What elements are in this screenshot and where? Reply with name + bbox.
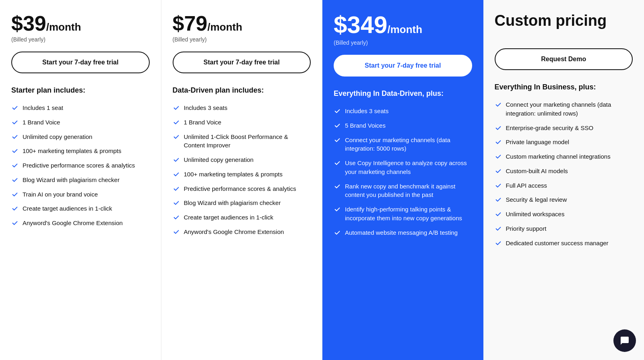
feature-text: Identify high-performing talking points … <box>345 205 472 223</box>
feature-text: Custom marketing channel integrations <box>506 152 611 161</box>
feature-item: Connect your marketing channels (data in… <box>334 136 472 153</box>
feature-text: Unlimited workspaces <box>506 210 565 219</box>
check-icon <box>495 225 502 232</box>
feature-item: Priority support <box>495 224 633 233</box>
check-icon <box>11 162 19 169</box>
check-icon <box>334 108 341 115</box>
features-list: Includes 1 seat 1 Brand Voice Unlimited … <box>11 103 150 228</box>
feature-item: Includes 1 seat <box>11 103 150 112</box>
check-icon <box>334 206 341 213</box>
check-icon <box>173 228 180 236</box>
feature-item: Custom-built AI models <box>495 167 633 176</box>
chat-button[interactable] <box>613 329 636 352</box>
cta-button[interactable]: Request Demo <box>495 48 633 70</box>
check-icon <box>11 191 19 198</box>
feature-item: 100+ marketing templates & prompts <box>11 147 150 155</box>
price-amount: $349/month <box>334 13 472 37</box>
feature-text: Security & legal review <box>506 195 567 204</box>
features-list: Connect your marketing channels (data in… <box>495 100 633 247</box>
feature-text: Automated website messaging A/B testing <box>345 228 458 237</box>
feature-item: 100+ marketing templates & prompts <box>173 170 311 179</box>
check-icon <box>173 104 180 112</box>
check-icon <box>495 196 502 203</box>
billed-note: (Billed yearly) <box>334 39 472 46</box>
feature-text: Connect your marketing channels (data in… <box>506 100 633 118</box>
plan-title: Everything In Data-Driven, plus: <box>334 89 472 99</box>
billed-note: (Billed yearly) <box>173 36 311 43</box>
feature-text: Blog Wizard with plagiarism checker <box>23 176 120 184</box>
check-icon <box>495 124 502 132</box>
feature-text: Train AI on your brand voice <box>23 190 98 199</box>
pricing-column-starter: $39/month (Billed yearly) Start your 7-d… <box>0 0 161 360</box>
feature-text: Enterprise-grade security & SSO <box>506 124 594 132</box>
check-icon <box>11 119 19 126</box>
billed-note: (Billed yearly) <box>11 36 150 43</box>
feature-item: Unlimited workspaces <box>495 210 633 219</box>
check-icon <box>334 122 341 129</box>
plan-title: Data-Driven plan includes: <box>173 85 311 95</box>
feature-item: Anyword's Google Chrome Extension <box>11 219 150 228</box>
feature-item: Security & legal review <box>495 195 633 204</box>
plan-title: Starter plan includes: <box>11 85 150 95</box>
feature-item: Includes 3 seats <box>334 107 472 116</box>
check-icon <box>11 205 19 212</box>
feature-item: Predictive performance scores & analytic… <box>11 161 150 170</box>
cta-button[interactable]: Start your 7-day free trial <box>173 52 311 73</box>
feature-item: Connect your marketing channels (data in… <box>495 100 633 118</box>
check-icon <box>173 133 180 141</box>
check-icon <box>495 101 502 108</box>
check-icon <box>173 119 180 126</box>
check-icon <box>334 159 341 167</box>
check-icon <box>495 153 502 160</box>
price-amount: $79/month <box>173 13 311 34</box>
feature-text: Private language model <box>506 138 570 147</box>
check-icon <box>495 240 502 247</box>
feature-item: Unlimited copy generation <box>11 132 150 141</box>
feature-item: Anyword's Google Chrome Extension <box>173 228 311 236</box>
check-icon <box>334 229 341 236</box>
price-amount: $39/month <box>11 13 150 34</box>
pricing-column-data-driven: $79/month (Billed yearly) Start your 7-d… <box>161 0 323 360</box>
feature-text: Create target audiences in 1-click <box>184 213 274 222</box>
feature-text: Includes 3 seats <box>345 107 388 116</box>
check-icon <box>334 137 341 144</box>
plan-title: Everything In Business, plus: <box>495 82 633 92</box>
feature-text: Create target audiences in 1-click <box>23 204 112 213</box>
feature-item: Includes 3 seats <box>173 103 311 112</box>
check-icon <box>173 171 180 178</box>
feature-text: Unlimited 1-Click Boost Performance & Co… <box>184 132 311 150</box>
check-icon <box>11 147 19 155</box>
check-icon <box>173 156 180 163</box>
feature-text: Includes 3 seats <box>184 103 227 112</box>
feature-item: Blog Wizard with plagiarism checker <box>11 176 150 184</box>
check-icon <box>11 219 19 227</box>
feature-item: Blog Wizard with plagiarism checker <box>173 199 311 207</box>
price-amount: Custom pricing <box>495 13 633 28</box>
cta-button[interactable]: Start your 7-day free trial <box>334 55 472 77</box>
feature-item: Train AI on your brand voice <box>11 190 150 199</box>
features-list: Includes 3 seats 5 Brand Voices Connect … <box>334 107 472 237</box>
feature-item: Identify high-performing talking points … <box>334 205 472 223</box>
feature-item: Private language model <box>495 138 633 147</box>
features-list: Includes 3 seats 1 Brand Voice Unlimited… <box>173 103 311 236</box>
cta-button[interactable]: Start your 7-day free trial <box>11 52 150 73</box>
check-icon <box>173 199 180 207</box>
feature-text: Blog Wizard with plagiarism checker <box>184 199 281 207</box>
feature-text: 1 Brand Voice <box>184 118 221 127</box>
feature-text: 100+ marketing templates & prompts <box>23 147 122 155</box>
feature-item: 1 Brand Voice <box>11 118 150 127</box>
feature-text: Predictive performance scores & analytic… <box>23 161 135 170</box>
feature-item: Enterprise-grade security & SSO <box>495 124 633 132</box>
check-icon <box>173 185 180 192</box>
feature-item: Create target audiences in 1-click <box>173 213 311 222</box>
feature-item: Predictive performance scores & analytic… <box>173 184 311 193</box>
feature-text: Connect your marketing channels (data in… <box>345 136 472 153</box>
feature-item: Use Copy Intelligence to analyze copy ac… <box>334 159 472 176</box>
feature-text: 5 Brand Voices <box>345 121 386 130</box>
feature-text: Full API access <box>506 181 547 190</box>
feature-text: Custom-built AI models <box>506 167 568 176</box>
feature-text: Dedicated customer success manager <box>506 239 609 248</box>
feature-text: Rank new copy and benchmark it against c… <box>345 182 472 200</box>
feature-item: 5 Brand Voices <box>334 121 472 130</box>
feature-text: Predictive performance scores & analytic… <box>184 184 296 193</box>
